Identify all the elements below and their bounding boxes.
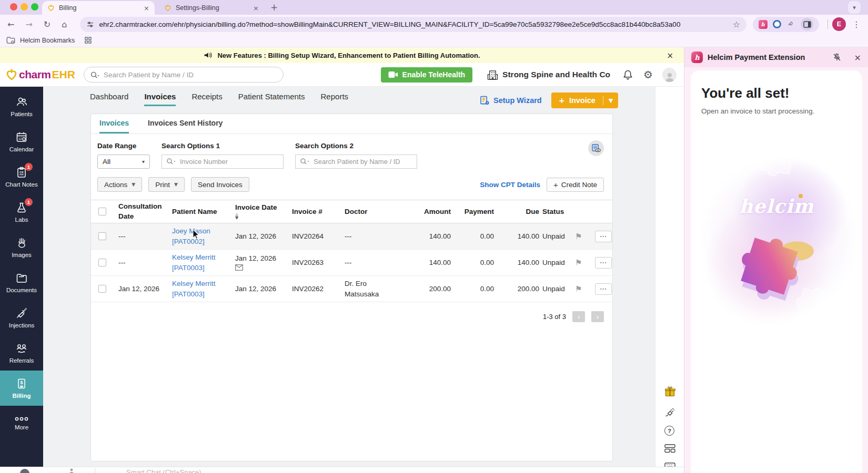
row-checkbox[interactable] <box>98 285 106 293</box>
setup-wizard-button[interactable]: Setup Wizard <box>480 96 542 105</box>
tab-billing[interactable]: Billing × <box>42 1 155 15</box>
table-row[interactable]: Jan 12, 2026 Kelsey Merritt[PAT0003] Jan… <box>91 276 612 302</box>
col-consultation-date[interactable]: Consultation Date <box>118 202 172 222</box>
subtab-invoices[interactable]: Invoices <box>99 119 129 133</box>
panel-close-icon[interactable]: × <box>854 53 861 63</box>
window-close-button[interactable] <box>10 3 17 11</box>
invoice-dropdown-caret-icon[interactable]: ▼ <box>603 97 618 104</box>
blue-circle-extension-icon[interactable] <box>773 20 781 28</box>
panels-icon[interactable] <box>664 444 675 453</box>
profile-avatar[interactable]: E <box>832 17 846 31</box>
help-icon[interactable]: ? <box>664 426 674 436</box>
tab-receipts[interactable]: Receipts <box>191 92 222 106</box>
sidebar-item-images[interactable]: Images <box>0 230 43 265</box>
date-range-select[interactable]: All ▾ <box>97 155 150 169</box>
new-tab-button[interactable]: + <box>270 2 278 13</box>
tab-patient-statements[interactable]: Patient Statements <box>238 92 305 106</box>
table-row[interactable]: --- Kelsey Merritt[PAT0003] Jan 12, 2026… <box>91 250 612 276</box>
plug-icon[interactable] <box>664 406 675 417</box>
col-due[interactable]: Due <box>497 208 542 215</box>
select-all-checkbox[interactable] <box>98 208 106 215</box>
col-invoice-date[interactable]: Invoice Date▲▼ <box>235 203 292 220</box>
bookmarks-label[interactable]: Helcim Bookmarks <box>20 37 75 44</box>
patient-id-link[interactable]: [PAT0003] <box>172 263 235 273</box>
patient-filter-input[interactable] <box>314 158 412 166</box>
flag-icon[interactable]: ⚑ <box>575 284 595 294</box>
sidebar-item-patients[interactable]: Patients <box>0 89 43 124</box>
print-button[interactable]: Print▼ <box>148 177 185 192</box>
patient-search-input[interactable] <box>104 71 277 79</box>
sort-icon[interactable]: ▲▼ <box>235 212 292 220</box>
assistant-person-icon[interactable] <box>68 468 75 473</box>
url-text[interactable]: ehr2.charmtracker.com/ehr/physician/bill… <box>99 20 728 28</box>
telehealth-button[interactable]: Enable TeleHealth <box>381 67 473 83</box>
credit-note-button[interactable]: +Credit Note <box>547 178 604 192</box>
tab-settings-billing[interactable]: Settings-Billing × <box>159 1 264 15</box>
flag-icon[interactable]: ⚑ <box>575 258 595 268</box>
sidebar-item-more[interactable]: More <box>0 406 43 441</box>
invoice-number-search[interactable] <box>162 155 284 169</box>
col-payment[interactable]: Payment <box>454 208 497 215</box>
tab-close-icon[interactable]: × <box>253 4 259 12</box>
col-invoice-number[interactable]: Invoice # <box>292 208 345 215</box>
invoice-number-input[interactable] <box>180 158 279 166</box>
notification-close-icon[interactable]: × <box>667 51 673 60</box>
unpin-icon[interactable] <box>833 53 841 61</box>
site-info-icon[interactable] <box>86 20 94 28</box>
notifications-bell-icon[interactable] <box>623 69 633 80</box>
patient-link[interactable]: Kelsey Merritt <box>172 279 235 289</box>
patient-search[interactable] <box>84 67 284 83</box>
tab-invoices[interactable]: Invoices <box>144 92 176 106</box>
patient-link[interactable]: Joey Mason <box>172 226 235 236</box>
sidebar-item-documents[interactable]: Documents <box>0 265 43 300</box>
row-menu-button[interactable]: ⋯ <box>595 283 612 295</box>
user-avatar[interactable] <box>662 68 677 82</box>
patient-filter-search[interactable] <box>295 155 417 169</box>
bookmarks-folder-icon[interactable] <box>6 36 15 44</box>
window-maximize-button[interactable] <box>31 3 38 11</box>
chat-bubble-icon[interactable] <box>20 469 29 473</box>
sidebar-item-chart-notes[interactable]: 1 CE Chart Notes <box>0 159 43 194</box>
home-icon[interactable]: ⌂ <box>62 19 67 29</box>
next-page-button[interactable]: › <box>591 311 604 322</box>
browser-menu-icon[interactable]: ⋮ <box>852 19 861 29</box>
helcim-extension-icon[interactable]: h <box>759 20 768 29</box>
actions-button[interactable]: Actions▼ <box>97 177 142 192</box>
row-menu-button[interactable]: ⋯ <box>595 257 612 269</box>
window-minimize-button[interactable] <box>21 3 28 11</box>
tab-close-icon[interactable]: × <box>144 4 149 12</box>
bookmark-star-icon[interactable]: ☆ <box>733 19 740 29</box>
table-row[interactable]: --- Joey Mason[PAT0002] Jan 12, 2026 INV… <box>91 223 612 250</box>
billing-summary-view-button[interactable] <box>588 140 604 156</box>
tab-dashboard[interactable]: Dashboard <box>90 92 128 106</box>
side-panel-icon[interactable] <box>801 18 813 30</box>
patient-id-link[interactable]: [PAT0003] <box>172 289 235 300</box>
charm-logo[interactable]: charmEHR <box>5 68 75 81</box>
col-patient-name[interactable]: Patient Name <box>172 208 235 215</box>
url-bar[interactable]: ehr2.charmtracker.com/ehr/physician/bill… <box>80 17 746 32</box>
patient-link[interactable]: Kelsey Merritt <box>172 252 235 263</box>
col-amount[interactable]: Amount <box>407 208 454 215</box>
tab-strip-chevron-icon[interactable]: ▾ <box>848 1 861 14</box>
flag-icon[interactable]: ⚑ <box>575 232 595 241</box>
smart-chat-label[interactable]: Smart Chat (Ctrl+Space) <box>126 468 201 473</box>
sidebar-item-billing[interactable]: $ Billing <box>0 371 43 406</box>
reload-icon[interactable]: ↻ <box>44 19 51 29</box>
sidebar-item-injections[interactable]: Injections <box>0 300 43 335</box>
facility-selector[interactable]: Strong Spine and Health Co <box>487 70 610 80</box>
forward-icon[interactable]: → <box>25 19 32 29</box>
row-checkbox[interactable] <box>98 232 106 240</box>
send-invoices-button[interactable]: Send Invoices <box>191 177 249 192</box>
patient-id-link[interactable]: [PAT0002] <box>172 236 235 247</box>
sidebar-item-calendar[interactable]: 12 Calendar <box>0 124 43 159</box>
apps-grid-icon[interactable] <box>85 37 92 44</box>
show-cpt-details-link[interactable]: Show CPT Details <box>480 181 540 189</box>
sidebar-item-labs[interactable]: 1 Labs <box>0 194 43 230</box>
settings-gear-icon[interactable]: ⚙ <box>643 68 653 81</box>
prev-page-button[interactable]: ‹ <box>572 311 585 322</box>
sidebar-item-referrals[interactable]: Referrals <box>0 335 43 371</box>
col-doctor[interactable]: Doctor <box>345 208 407 215</box>
new-invoice-button[interactable]: +Invoice ▼ <box>551 92 619 108</box>
col-status[interactable]: Status <box>542 208 575 215</box>
subtab-invoices-sent-history[interactable]: Invoices Sent History <box>148 119 223 133</box>
